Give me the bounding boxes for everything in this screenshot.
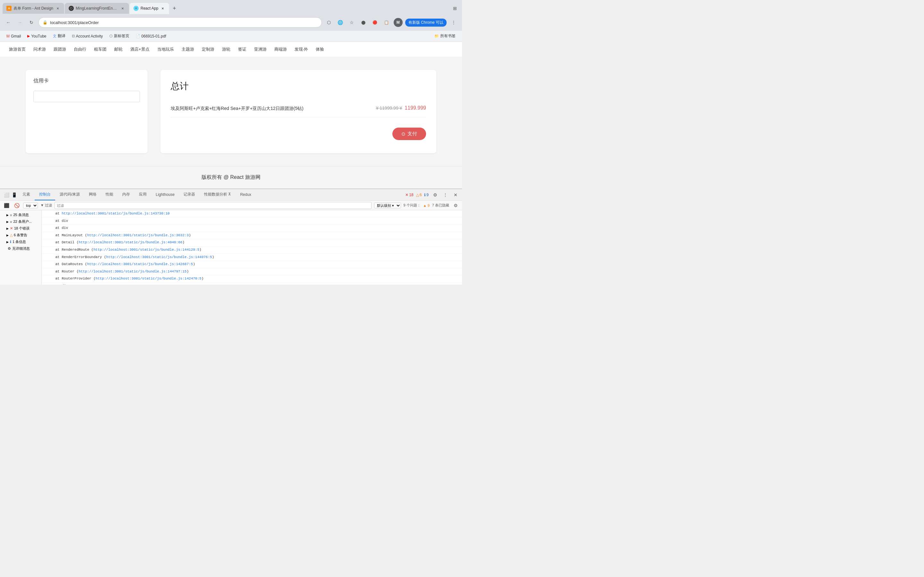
- site-nav-discover[interactable]: 发现·外: [291, 42, 312, 57]
- issues-settings[interactable]: ⚙: [452, 201, 459, 210]
- bundle-link-2[interactable]: http://localhost:3001/static/js/bundle.j…: [87, 234, 189, 237]
- sidebar-errors[interactable]: ▶ ✕ 18 个错误: [0, 225, 41, 232]
- tab-3[interactable]: ⚛ React App ✕: [129, 3, 169, 14]
- site-nav-asia[interactable]: 亚洲游: [250, 42, 270, 57]
- sidebar-info[interactable]: ▶ ℹ 1 条信息: [0, 239, 41, 245]
- browser-window: A 表单 Form - Ant Design ✕ ⬡ MingLearningF…: [0, 0, 462, 42]
- issues-label: 9 个问题：: [404, 203, 421, 208]
- tab-1[interactable]: A 表单 Form - Ant Design ✕: [3, 3, 64, 14]
- site-nav-cruise[interactable]: 邮轮: [110, 42, 126, 57]
- devtools-tab-sources[interactable]: 源代码/来源: [55, 189, 84, 200]
- site-nav-theme[interactable]: 主题游: [178, 42, 198, 57]
- site-nav-custom[interactable]: 定制游: [198, 42, 218, 57]
- console-line-7: at RenderErrorBoundary (http://localhost…: [42, 254, 462, 261]
- devtools-body: ▶ ≡ 25 条消息 ▶ ≡ 22 条用户... ▶ ✕ 18 个错误 ▶ △ …: [0, 210, 462, 285]
- site-nav-car[interactable]: 租车团: [90, 42, 110, 57]
- devtools-tab-network[interactable]: 网络: [84, 189, 101, 200]
- translate-icon[interactable]: 🌐: [336, 18, 345, 27]
- bundle-link-7[interactable]: http://localhost:3001/static/js/bundle.j…: [79, 269, 187, 274]
- console-line-6: at RenderedRoute (http://localhost:3001/…: [42, 247, 462, 254]
- bundle-link-1[interactable]: http://localhost:3001/static/js/bundle.j…: [61, 211, 170, 215]
- cast-icon[interactable]: ⬡: [325, 18, 333, 27]
- extension-icon-1[interactable]: ⬤: [359, 18, 368, 27]
- devtools-settings[interactable]: ⚙: [431, 191, 439, 199]
- devtools-tab-console[interactable]: 控制台: [35, 189, 55, 200]
- url-bar[interactable]: 🔒 localhost:3001/placeOrder: [39, 17, 322, 27]
- console-line-2: at div: [42, 218, 462, 225]
- bundle-link-8[interactable]: http://localhost:3001/static/js/bundle.j…: [95, 277, 202, 280]
- credit-card-title: 信用卡: [33, 77, 140, 84]
- devtools-tab-bar: ⬜ 📱 元素 控制台 源代码/来源 网络 性能 内存 应用 Lighthouse…: [0, 189, 462, 201]
- console-line-11: at div: [42, 283, 462, 285]
- sidebar-verbose[interactable]: ⚙ 无详细消息: [0, 245, 41, 252]
- back-button[interactable]: ←: [4, 18, 13, 27]
- bundle-link-6[interactable]: http://localhost:3001/static/js/bundle.j…: [87, 262, 193, 266]
- bundle-link-5[interactable]: http://localhost:3001/static/js/bundle.j…: [106, 255, 212, 259]
- sidebar-toggle[interactable]: ⬛: [3, 201, 10, 210]
- site-navigation: 旅游首页 问术游 跟团游 自由行 租车团 邮轮 酒店+景点 当地玩乐 主题游 定…: [0, 42, 462, 57]
- bookmark-icon[interactable]: ☆: [347, 18, 357, 27]
- devtools-tab-lighthouse[interactable]: Lighthouse: [151, 189, 179, 200]
- clear-console[interactable]: 🚫: [13, 201, 21, 210]
- bookmark-account-activity[interactable]: ⊡ Account Activity: [69, 33, 105, 39]
- update-button[interactable]: 有新版 Chrome 可以: [405, 19, 447, 27]
- devtools-icon-device[interactable]: 📱: [10, 191, 18, 199]
- filter-input[interactable]: [55, 202, 372, 209]
- devtools-tab-performance[interactable]: 性能: [101, 189, 118, 200]
- bundle-link-4[interactable]: http://localhost:3001/static/js/bundle.j…: [94, 248, 199, 251]
- devtools-tab-memory[interactable]: 内存: [118, 189, 134, 200]
- devtools-tab-recorder[interactable]: 记录器: [179, 189, 200, 200]
- devtools-close[interactable]: ✕: [452, 191, 459, 199]
- site-nav-local[interactable]: 当地玩乐: [153, 42, 178, 57]
- console-line-9: at Router (http://localhost:3001/static/…: [42, 268, 462, 276]
- tab-1-close[interactable]: ✕: [55, 6, 60, 11]
- site-nav-group[interactable]: 跟团游: [50, 42, 70, 57]
- issues-count: ▲ 9: [423, 203, 430, 207]
- devtools-tab-elements[interactable]: 元素: [18, 189, 35, 200]
- site-nav-free[interactable]: 自由行: [70, 42, 90, 57]
- tab-3-close[interactable]: ✕: [160, 6, 165, 11]
- page-content: 信用卡 总计 埃及阿斯旺+卢克索+红海Red Sea+开罗+亚历山大12日跟团游…: [0, 57, 462, 166]
- menu-button[interactable]: ⋮: [449, 18, 458, 27]
- user-avatar[interactable]: M: [394, 18, 403, 27]
- devtools-more[interactable]: ⋮: [441, 191, 449, 199]
- tab-2[interactable]: ⬡ MingLearningFrontEnd/react-... ✕: [65, 3, 129, 14]
- site-nav-experience[interactable]: 体验: [312, 42, 328, 57]
- site-nav-luxury[interactable]: 商端游: [270, 42, 291, 57]
- bookmark-pdf[interactable]: 📄 066915-01.pdf: [133, 33, 169, 39]
- all-bookmarks[interactable]: 📁 所有书签: [432, 33, 458, 39]
- tab-2-close[interactable]: ✕: [120, 6, 125, 11]
- devtools-tab-perf-insights[interactable]: 性能数据分析 ⊼: [200, 189, 236, 200]
- devtools-tab-redux[interactable]: Redux: [236, 189, 256, 200]
- bookmark-new-tab[interactable]: ⬡ 新标签页: [107, 33, 132, 39]
- bookmark-youtube[interactable]: ▶ YouTube: [25, 33, 49, 39]
- credit-card-form: 信用卡: [26, 70, 148, 153]
- pay-button[interactable]: ⊙ 支付: [393, 127, 426, 140]
- level-select[interactable]: top: [23, 203, 38, 208]
- sidebar-user-messages[interactable]: ▶ ≡ 22 条用户...: [0, 218, 41, 225]
- order-item-name: 埃及阿斯旺+卢克索+红海Red Sea+开罗+亚历山大12日跟团游(5钻): [171, 105, 304, 112]
- site-nav-hotel[interactable]: 酒店+景点: [126, 42, 153, 57]
- credit-card-input[interactable]: [33, 91, 140, 102]
- site-nav-visa[interactable]: 签证: [234, 42, 250, 57]
- site-nav-question[interactable]: 问术游: [29, 42, 50, 57]
- bookmark-translate[interactable]: 文 翻译: [50, 33, 68, 39]
- extension-icon-2[interactable]: 🔴: [371, 18, 380, 27]
- bookmarks-bar: M Gmail ▶ YouTube 文 翻译 ⊡ Account Activit…: [0, 31, 462, 42]
- site-nav-cruise2[interactable]: 游轮: [218, 42, 234, 57]
- devtools-tab-application[interactable]: 应用: [134, 189, 151, 200]
- reload-button[interactable]: ↻: [27, 18, 36, 27]
- console-output: at http://localhost:3001/static/js/bundl…: [42, 210, 462, 285]
- extension-icon-3[interactable]: 📋: [382, 18, 391, 27]
- sidebar-warnings[interactable]: ▶ △ 6 条警告: [0, 232, 41, 239]
- bundle-link-3[interactable]: http://localhost:3001/static/js/bundle.j…: [79, 240, 182, 244]
- bookmark-gmail[interactable]: M Gmail: [4, 33, 23, 39]
- sidebar-messages[interactable]: ▶ ≡ 25 条消息: [0, 211, 41, 218]
- tab-search-button[interactable]: ⊞: [451, 4, 459, 13]
- log-level-select[interactable]: 默认级别 ▾: [374, 203, 401, 208]
- address-bar-row: ← → ↻ 🔒 localhost:3001/placeOrder ⬡ 🌐 ☆ …: [0, 14, 462, 31]
- devtools-icon-inspect[interactable]: ⬜: [3, 191, 10, 199]
- forward-button[interactable]: →: [15, 18, 24, 27]
- site-nav-travel[interactable]: 旅游首页: [5, 42, 29, 57]
- new-tab-button[interactable]: +: [170, 4, 179, 13]
